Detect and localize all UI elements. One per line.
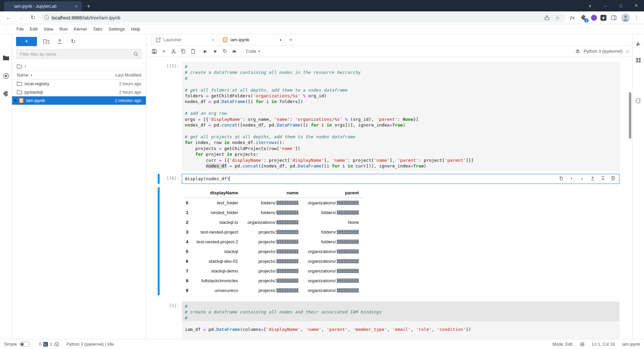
side-panel-icon[interactable] — [610, 14, 618, 22]
filter-files-box — [16, 49, 142, 59]
browser-tab[interactable]: iam.ipynb - JupyterLab × — [4, 1, 82, 11]
column-modified-header[interactable]: Last Modified — [115, 72, 141, 78]
column-name-header[interactable]: Name▲ — [17, 72, 115, 78]
refresh-icon[interactable]: ↻ — [69, 37, 77, 45]
cut-icon[interactable] — [169, 47, 178, 56]
breadcrumb-root[interactable]: / — [25, 64, 26, 69]
insert-cell-icon[interactable]: + — [159, 47, 168, 56]
extensions-panel-icon[interactable] — [635, 97, 642, 105]
duplicate-cell-icon[interactable] — [558, 176, 564, 181]
file-row-pystackql[interactable]: pystackql 2 hours ago — [12, 88, 146, 96]
menu-view[interactable]: View — [41, 24, 56, 34]
running-sessions-icon[interactable] — [2, 72, 10, 80]
launcher-icon — [156, 38, 161, 42]
extension-manager-icon[interactable] — [2, 90, 10, 98]
cell-type-dropdown[interactable]: Code ▾ — [244, 48, 262, 55]
menu-edit[interactable]: Edit — [27, 24, 41, 34]
minimize-button[interactable]: – — [598, 0, 613, 11]
menu-tabs[interactable]: Tabs — [90, 24, 106, 34]
file-row-local-registry[interactable]: local-registry 2 hours ago — [12, 80, 146, 88]
add-tab-icon[interactable]: + — [286, 34, 296, 45]
delete-cell-icon[interactable] — [610, 176, 616, 181]
browser-menu-icon[interactable]: ⋮ — [633, 14, 640, 21]
dark-extension-icon[interactable]: ◆ — [600, 15, 606, 21]
restart-kernel-icon[interactable]: ↻ — [220, 47, 229, 56]
new-tab-button[interactable]: + — [84, 2, 93, 11]
simple-mode-toggle[interactable] — [19, 342, 30, 347]
df-row-index: 9 — [184, 286, 193, 295]
kernel-name[interactable]: Python 3 (ipykernel) — [584, 49, 623, 54]
unsaved-dot-icon[interactable]: ● — [280, 38, 281, 42]
reload-icon[interactable]: ↻ — [28, 13, 38, 22]
file-browser-icon[interactable] — [2, 54, 10, 62]
paste-icon[interactable] — [189, 47, 198, 56]
globe-icon[interactable] — [580, 342, 585, 347]
fx-extension-icon[interactable]: ƒx — [568, 14, 576, 22]
kernel-status-text[interactable]: Python 3 (ipykernel) | Idle — [66, 342, 114, 347]
cell-collapser[interactable] — [158, 174, 160, 184]
notebook-scroll-area[interactable]: [15]: ## create a dataframe containing a… — [146, 57, 632, 339]
new-launcher-button[interactable]: + — [16, 37, 37, 46]
breadcrumb[interactable]: / — [12, 62, 146, 70]
debugger-bug-icon[interactable] — [575, 49, 580, 54]
menu-file[interactable]: File — [13, 24, 27, 34]
extensions-row: ƒx 2 ◆ ⋮ — [568, 13, 640, 22]
cell-collapser[interactable] — [158, 62, 160, 171]
running-sessions-status[interactable]: 0 1 — [39, 342, 59, 347]
extension-with-badge-icon[interactable]: 2 — [580, 14, 588, 22]
df-cell-parent: folders/ — [303, 237, 363, 247]
insert-cell-above-icon[interactable] — [590, 176, 595, 181]
maximize-button[interactable]: □ — [613, 0, 629, 11]
mode-indicator[interactable]: Mode: Edit — [552, 342, 573, 347]
menu-run[interactable]: Run — [56, 24, 71, 34]
df-cell-parent: None — [303, 217, 363, 227]
save-icon[interactable] — [150, 47, 159, 56]
share-icon[interactable] — [543, 14, 551, 22]
close-tab-icon[interactable]: × — [212, 37, 214, 43]
tab-close-icon[interactable]: × — [73, 3, 79, 9]
bookmark-star-icon[interactable]: ☆ — [553, 14, 561, 22]
window-controls: ∨ – □ × — [582, 0, 644, 11]
active-code-editor[interactable]: display(nodes_df) ↑ ↓ — [182, 174, 620, 184]
code-editor[interactable]: ## create a dataframe containing all nod… — [182, 301, 620, 339]
tab-launcher[interactable]: Launcher × — [152, 34, 219, 45]
tab-search-icon[interactable]: ∨ — [582, 0, 598, 11]
menu-settings[interactable]: Settings — [105, 24, 128, 34]
purple-extension-icon[interactable] — [591, 15, 597, 21]
insert-cell-below-icon[interactable] — [600, 176, 605, 181]
move-cell-down-icon[interactable]: ↓ — [579, 176, 585, 181]
df-column-name: name — [242, 188, 303, 198]
folder-icon — [17, 82, 22, 86]
file-row-iam-ipynb[interactable]: iam.ipynb 2 minutes ago — [12, 96, 146, 105]
forward-icon[interactable]: → — [16, 13, 25, 22]
df-row-1: 1nested_folderfolders/folders/ — [184, 208, 363, 217]
output-collapser[interactable] — [158, 187, 160, 295]
debugger-panel-icon[interactable] — [635, 56, 642, 64]
df-cell-displayname: stackql-dev-01 — [193, 256, 242, 266]
notebook-scrollbar-thumb[interactable] — [629, 92, 631, 139]
property-inspector-icon[interactable] — [635, 40, 642, 48]
new-folder-icon[interactable] — [42, 37, 50, 45]
copy-icon[interactable] — [179, 47, 188, 56]
move-cell-up-icon[interactable]: ↑ — [569, 176, 574, 181]
code-editor[interactable]: ## create a dataframe containing all nod… — [182, 62, 620, 171]
site-info-icon[interactable]: ⓘ — [44, 15, 49, 21]
avatar[interactable] — [621, 13, 630, 22]
kernel-status-icon[interactable]: ○ — [626, 48, 629, 54]
filter-files-input[interactable] — [20, 52, 133, 57]
run-icon[interactable]: ▶ — [201, 47, 210, 56]
upload-icon[interactable] — [56, 37, 64, 45]
home-folder-icon[interactable] — [17, 64, 22, 68]
stop-icon[interactable]: ■ — [211, 47, 220, 56]
cell-collapser[interactable] — [158, 301, 160, 339]
restart-run-all-icon[interactable]: ▶▶ — [230, 47, 239, 56]
redacted-id — [337, 259, 359, 263]
df-cell-displayname: stackql-demo — [193, 266, 242, 276]
cursor-position[interactable]: Ln 1, Col 18 — [592, 342, 614, 347]
close-window-button[interactable]: × — [629, 0, 644, 11]
address-bar[interactable]: ⓘ localhost:8888/lab/tree/iam.ipynb ☆ — [40, 13, 566, 22]
menu-help[interactable]: Help — [128, 24, 143, 34]
tab-iam-ipynb[interactable]: iam.ipynb ● — [219, 34, 286, 45]
back-icon[interactable]: ← — [4, 13, 13, 22]
menu-kernel[interactable]: Kernel — [71, 24, 90, 34]
